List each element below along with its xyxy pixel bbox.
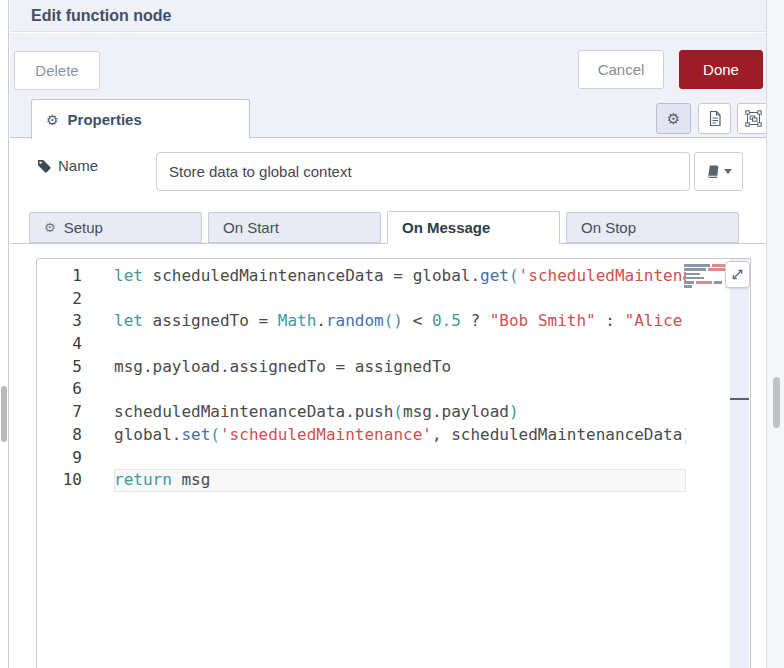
edit-function-node-dialog: Edit function node Delete Cancel Done ⚙ …	[10, 0, 766, 668]
tab-on-start[interactable]: On Start	[208, 212, 381, 243]
dialog-title: Edit function node	[10, 7, 171, 25]
minimap[interactable]	[684, 264, 728, 290]
tab-label: On Start	[223, 219, 279, 236]
code-line[interactable]: 4	[37, 333, 686, 356]
dialog-scrollbar[interactable]	[766, 0, 784, 668]
delete-button[interactable]: Delete	[14, 51, 100, 90]
line-number: 7	[37, 401, 82, 424]
code-text	[114, 288, 686, 311]
function-tabs: ⚙SetupOn StartOn MessageOn Stop	[10, 211, 766, 244]
tab-on-message[interactable]: On Message	[387, 211, 560, 244]
gear-icon: ⚙	[667, 110, 680, 128]
code-text	[114, 333, 686, 356]
library-button[interactable]	[694, 152, 743, 191]
line-number: 4	[37, 333, 82, 356]
code-text: return msg	[114, 469, 686, 492]
tab-properties[interactable]: ⚙ Properties	[31, 99, 250, 139]
code-line[interactable]: 7scheduledMaintenanceData.push(msg.paylo…	[37, 401, 686, 424]
line-number: 8	[37, 424, 82, 447]
code-line[interactable]: 10return msg	[37, 469, 686, 492]
code-line[interactable]: 6	[37, 378, 686, 401]
tab-label: On Message	[402, 219, 490, 236]
description-section-button[interactable]	[698, 103, 731, 134]
cancel-button[interactable]: Cancel	[578, 50, 664, 89]
editor-scroll-indicator	[730, 398, 749, 400]
tab-setup[interactable]: ⚙Setup	[29, 212, 202, 243]
tag-icon	[36, 158, 52, 174]
tab-label: On Stop	[581, 219, 636, 236]
code-line[interactable]: 2	[37, 288, 686, 311]
chevron-down-icon	[724, 169, 732, 174]
workspace-scrollbar-thumb[interactable]	[1, 386, 7, 442]
line-number: 6	[37, 378, 82, 401]
line-number: 10	[37, 469, 82, 492]
code-editor[interactable]: 1let scheduledMaintenanceData = global.g…	[36, 258, 751, 668]
editor-tab-row: ⚙ Properties ⚙	[10, 97, 766, 138]
code-line[interactable]: 3let assignedTo = Math.random() < 0.5 ? …	[37, 310, 686, 333]
code-text: global.set('scheduledMaintenance', sched…	[114, 424, 686, 447]
name-label: Name	[58, 157, 98, 174]
code-line[interactable]: 1let scheduledMaintenanceData = global.g…	[37, 265, 686, 288]
document-icon	[707, 110, 723, 127]
code-text	[114, 378, 686, 401]
gear-icon: ⚙	[46, 112, 59, 128]
book-icon	[705, 164, 720, 180]
editor-scrollbar-track[interactable]	[730, 259, 749, 668]
code-text: let scheduledMaintenanceData = global.ge…	[114, 265, 686, 288]
group-selection-icon	[745, 110, 762, 127]
done-button[interactable]: Done	[679, 50, 763, 89]
dialog-button-bar: Delete Cancel Done	[10, 33, 766, 97]
code-line[interactable]: 5msg.payload.assignedTo = assignedTo	[37, 356, 686, 379]
workspace-left-scrollbar[interactable]	[0, 0, 9, 668]
dialog-header: Edit function node	[10, 0, 766, 32]
code-lines: 1let scheduledMaintenanceData = global.g…	[37, 265, 686, 492]
gear-icon: ⚙	[44, 220, 56, 235]
code-text: scheduledMaintenanceData.push(msg.payloa…	[114, 401, 686, 424]
tab-properties-label: Properties	[68, 111, 142, 128]
code-line[interactable]: 9	[37, 447, 686, 470]
properties-section-button[interactable]: ⚙	[656, 103, 691, 134]
code-line[interactable]: 8global.set('scheduledMaintenance', sche…	[37, 424, 686, 447]
expand-editor-button[interactable]	[725, 261, 750, 288]
name-input[interactable]	[156, 152, 690, 191]
line-number: 1	[37, 265, 82, 288]
line-number: 2	[37, 288, 82, 311]
dialog-scrollbar-thumb[interactable]	[773, 377, 780, 428]
tab-on-stop[interactable]: On Stop	[566, 212, 739, 243]
line-number: 9	[37, 447, 82, 470]
properties-panel: Name ⚙SetupOn StartOn MessageOn Stop 1le…	[10, 138, 766, 668]
code-text: msg.payload.assignedTo = assignedTo	[114, 356, 686, 379]
code-text	[114, 447, 686, 470]
name-row: Name	[10, 138, 766, 204]
line-number: 5	[37, 356, 82, 379]
line-number: 3	[37, 310, 82, 333]
tab-label: Setup	[64, 219, 103, 236]
code-text: let assignedTo = Math.random() < 0.5 ? "…	[114, 310, 686, 333]
expand-icon	[731, 268, 744, 281]
